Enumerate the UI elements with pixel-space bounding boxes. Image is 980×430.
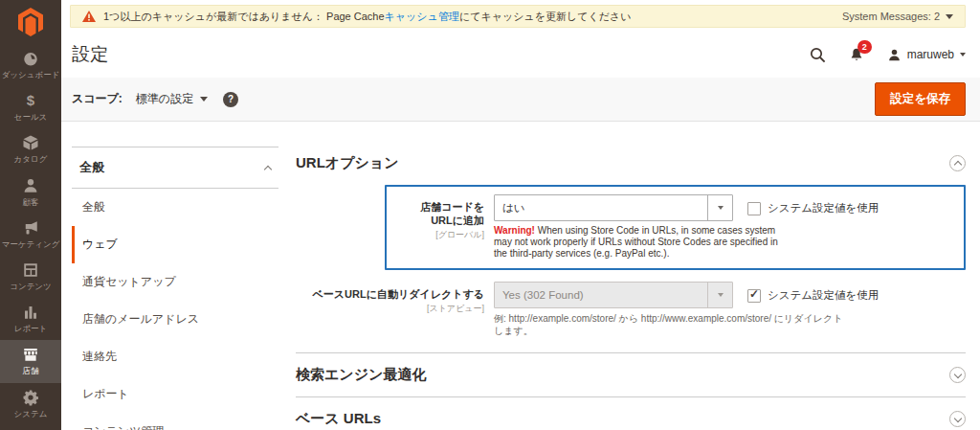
config-nav-item-contacts[interactable]: 連絡先: [72, 338, 278, 375]
section-base-urls[interactable]: ベース URLs: [296, 396, 966, 430]
sidebar-item-system[interactable]: システム: [0, 383, 61, 425]
message-text: 1つ以上のキャッシュが最新ではありません： Page Cache: [103, 10, 385, 24]
magento-logo-icon: [18, 8, 43, 36]
notification-badge: 2: [858, 40, 872, 54]
select-arrow-icon: [707, 283, 732, 307]
config-nav-item-currency-setup[interactable]: 通貨セットアップ: [72, 263, 278, 301]
content-icon: [22, 261, 39, 279]
sidebar-item-label: ダッシュボード: [2, 70, 60, 79]
config-nav-item-reports[interactable]: レポート: [72, 375, 278, 413]
highlighted-field-box: 店舗コードをURLに追加 [グローバル] はい Warning! When us…: [385, 185, 966, 270]
user-icon: [887, 48, 902, 62]
page-title: 設定: [72, 42, 108, 67]
customers-icon: [22, 177, 39, 194]
system-message-bar: 1つ以上のキャッシュが最新ではありません： Page Cache キャッシュ管理…: [70, 5, 966, 28]
system-messages-dropdown[interactable]: System Messages: 2: [842, 11, 953, 22]
use-system-value-checkbox[interactable]: [747, 202, 761, 215]
dashboard-icon: [22, 50, 39, 67]
config-form: URLオプション 店舗コードをURLに追加 [グローバル] はい: [296, 122, 966, 430]
add-store-code-select[interactable]: はい: [494, 194, 733, 221]
magento-logo[interactable]: [0, 0, 61, 44]
reports-icon: [22, 304, 39, 321]
section-title: 検索エンジン最適化: [296, 366, 426, 384]
marketing-icon: [22, 219, 39, 237]
config-nav-item-store-email[interactable]: 店舗のメールアドレス: [72, 301, 278, 338]
field-label: 店舗コードをURLに追加 [グローバル]: [400, 194, 484, 240]
section-title: URLオプション: [296, 154, 399, 172]
config-nav-item-web[interactable]: ウェブ: [72, 226, 278, 263]
chevron-down-icon: [953, 371, 961, 378]
sidebar-item-label: レポート: [14, 324, 48, 333]
sidebar-item-label: セールス: [14, 112, 48, 122]
config-nav: 全般 全般 ウェブ 通貨セットアップ 店舗のメールアドレス 連絡先 レポート コ…: [72, 147, 278, 430]
admin-sidebar: ダッシュボード $ セールス カタログ 顧客 マーケティング コンテンツ レポ: [0, 0, 61, 430]
sidebar-item-marketing[interactable]: マーケティング: [0, 214, 61, 256]
system-icon: [22, 389, 39, 406]
expand-section-button[interactable]: [949, 411, 966, 427]
scope-toolbar: スコープ: 標準の設定 設定を保存: [61, 78, 980, 122]
field-add-store-code: 店舗コードをURLに追加 [グローバル] はい Warning! When us…: [400, 194, 950, 259]
field-auto-redirect: ベースURLに自動リダイレクトする [ストアビュー] Yes (302 Foun…: [296, 282, 966, 337]
use-system-value-checkbox[interactable]: [747, 289, 761, 303]
use-system-value-label: システム設定値を使用: [768, 201, 879, 215]
use-system-value-label: システム設定値を使用: [768, 288, 879, 303]
help-icon[interactable]: [223, 92, 238, 107]
field-note: 例: http://example.com/store/ から http://w…: [494, 312, 850, 337]
group-label: 全般: [79, 159, 104, 176]
use-system-value-group: システム設定値を使用: [747, 194, 879, 215]
user-menu[interactable]: maruweb: [887, 48, 966, 62]
system-messages-label: System Messages: 2: [842, 11, 940, 22]
sidebar-item-label: 店舗: [23, 366, 39, 375]
select-value: はい: [495, 201, 707, 215]
field-scope-note: [グローバル]: [400, 230, 484, 240]
sidebar-item-dashboard[interactable]: ダッシュボード: [0, 44, 61, 86]
sidebar-item-stores[interactable]: 店舗: [0, 340, 61, 382]
stores-icon: [22, 346, 39, 363]
config-nav-group-general[interactable]: 全般: [72, 147, 278, 189]
message-text: にてキャッシュを更新してください: [459, 10, 632, 24]
warning-body: When using Store Code in URLs, in some c…: [494, 225, 778, 259]
config-nav-item-general[interactable]: 全般: [72, 189, 278, 226]
scope-switcher[interactable]: 標準の設定: [136, 91, 208, 107]
sidebar-item-customers[interactable]: 顧客: [0, 171, 61, 214]
field-label-text: 店舗コードをURLに追加: [420, 201, 484, 226]
warning-head: Warning!: [494, 225, 535, 236]
sidebar-item-reports[interactable]: レポート: [0, 298, 61, 340]
chevron-down-icon: [960, 53, 966, 57]
field-warning: Warning! When using Store Code in URLs, …: [494, 225, 792, 259]
sidebar-item-partners[interactable]: パートナーとエクステンションを探す: [0, 425, 61, 430]
cache-management-link[interactable]: キャッシュ管理: [385, 10, 459, 24]
username: maruweb: [907, 48, 954, 61]
svg-text:$: $: [27, 92, 35, 108]
use-system-value-group: システム設定値を使用: [747, 282, 879, 303]
sidebar-item-sales[interactable]: $ セールス: [0, 86, 61, 128]
field-label: ベースURLに自動リダイレクトする [ストアビュー]: [296, 282, 484, 314]
field-label-text: ベースURLに自動リダイレクトする: [313, 288, 484, 300]
sidebar-item-label: 顧客: [23, 197, 39, 207]
section-url-options: URLオプション: [296, 154, 966, 172]
chevron-down-icon: [946, 14, 953, 19]
save-config-button[interactable]: 設定を保存: [875, 82, 966, 116]
sidebar-item-label: マーケティング: [2, 239, 60, 249]
expand-section-button[interactable]: [949, 367, 966, 383]
catalog-icon: [22, 134, 39, 151]
section-search-engine-optimization[interactable]: 検索エンジン最適化: [296, 352, 966, 396]
main-area: 1つ以上のキャッシュが最新ではありません： Page Cache キャッシュ管理…: [61, 0, 980, 430]
content: 全般 全般 ウェブ 通貨セットアップ 店舗のメールアドレス 連絡先 レポート コ…: [61, 122, 980, 430]
search-button[interactable]: [810, 47, 826, 63]
scope-value: 標準の設定: [136, 91, 193, 107]
chevron-down-icon: [200, 97, 208, 102]
sidebar-item-label: カタログ: [14, 154, 48, 164]
sidebar-item-label: コンテンツ: [10, 282, 52, 291]
section-title: ベース URLs: [296, 410, 381, 428]
sidebar-item-content[interactable]: コンテンツ: [0, 256, 61, 298]
chevron-up-icon: [953, 161, 961, 169]
notifications-button[interactable]: 2: [849, 47, 864, 63]
sidebar-item-label: システム: [14, 409, 48, 419]
sidebar-item-catalog[interactable]: カタログ: [0, 128, 61, 170]
select-value: Yes (302 Found): [495, 289, 707, 301]
collapse-section-button[interactable]: [949, 155, 966, 171]
sales-icon: $: [22, 92, 39, 109]
scope-label: スコープ:: [72, 91, 122, 107]
config-nav-item-content-management[interactable]: コンテンツ管理: [72, 413, 278, 430]
